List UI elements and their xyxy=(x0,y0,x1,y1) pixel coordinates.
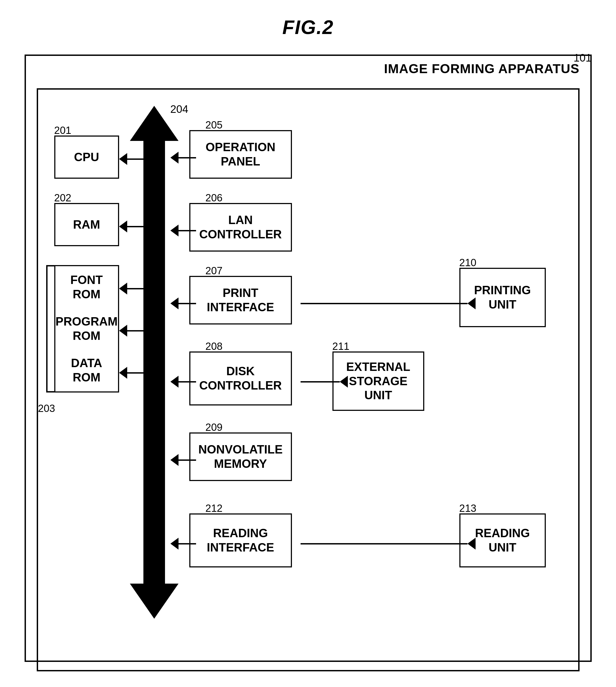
ref-205: 205 xyxy=(205,119,222,131)
cpu-box: CPU xyxy=(54,136,119,179)
program-rom-bus-arrow xyxy=(119,325,154,337)
arrow-body xyxy=(144,141,165,583)
ref-206: 206 xyxy=(205,192,222,204)
ref-203: 203 xyxy=(38,403,55,414)
data-rom-box: DATA ROM xyxy=(54,349,119,392)
rom-bracket-v xyxy=(46,265,47,392)
lan-controller-box: LAN CONTROLLER xyxy=(189,203,292,252)
disk-ctrl-arrow xyxy=(170,376,196,388)
nonvolatile-memory-box: NONVOLATILE MEMORY xyxy=(189,432,292,481)
ref-212: 212 xyxy=(205,503,222,514)
ref-213: 213 xyxy=(459,503,476,514)
bus-arrow xyxy=(138,106,170,619)
ref-209: 209 xyxy=(205,422,222,433)
reading-unit-arrow xyxy=(292,538,476,550)
fig-title: FIG.2 xyxy=(282,16,333,38)
printing-unit-arrow xyxy=(292,297,476,310)
operation-panel-box: OPERATION PANEL xyxy=(189,130,292,179)
outer-label: IMAGE FORMING APPARATUS xyxy=(384,61,579,76)
op-panel-arrow xyxy=(170,152,204,164)
outer-box: IMAGE FORMING APPARATUS 204 201 CPU 202 … xyxy=(25,54,592,662)
ram-box: RAM xyxy=(54,203,119,246)
ref-211: 211 xyxy=(332,341,349,352)
data-rom-bus-arrow xyxy=(119,367,154,379)
font-rom-bus-arrow xyxy=(119,283,154,295)
reading-iface-arrow xyxy=(170,538,196,550)
ram-bus-arrow xyxy=(119,221,154,232)
print-iface-arrow xyxy=(170,297,196,310)
nonvol-arrow xyxy=(170,454,196,466)
lan-arrow xyxy=(170,225,196,236)
ext-storage-arrow xyxy=(292,376,348,388)
ref-207: 207 xyxy=(205,265,222,277)
ref-202: 202 xyxy=(54,192,71,204)
outer-container: 101 IMAGE FORMING APPARATUS 204 201 CPU … xyxy=(25,54,592,662)
arrow-up-head xyxy=(130,106,178,141)
rom-bracket-hb xyxy=(46,391,54,392)
cpu-bus-arrow xyxy=(119,153,154,165)
disk-controller-box: DISK CONTROLLER xyxy=(189,351,292,406)
print-interface-box: PRINT INTERFACE xyxy=(189,276,292,324)
ref-208: 208 xyxy=(205,341,222,352)
ref-201: 201 xyxy=(54,125,71,136)
inner-box: 204 201 CPU 202 RAM xyxy=(37,88,579,671)
arrow-down-head xyxy=(130,583,178,619)
program-rom-box: PROGRAM ROM xyxy=(54,307,119,350)
rom-bracket-ht xyxy=(46,265,54,267)
font-rom-box: FONT ROM xyxy=(54,265,119,308)
reading-interface-box: READING INTERFACE xyxy=(189,513,292,567)
ref-210: 210 xyxy=(459,257,476,269)
